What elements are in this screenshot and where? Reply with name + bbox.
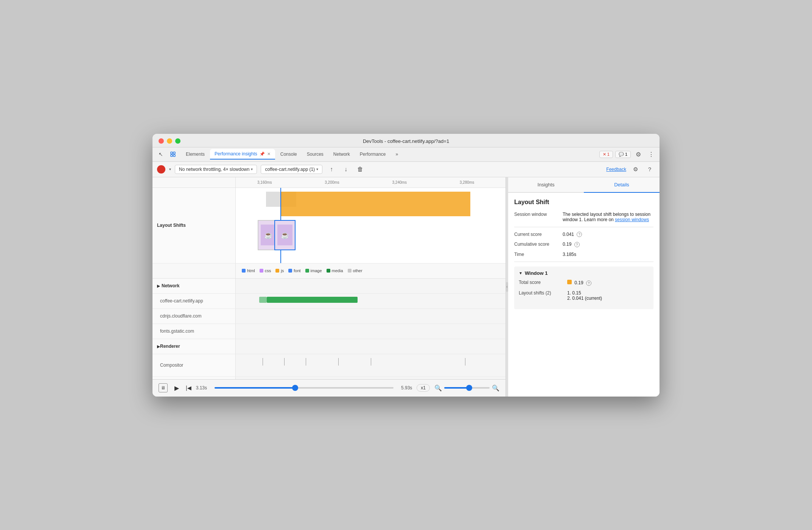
tick-4 — [338, 358, 339, 366]
skip-to-start-button[interactable]: |◀ — [186, 385, 191, 391]
network-url-2: cdnjs.cloudflare.com — [152, 309, 236, 324]
second-toolbar: ▾ No network throttling, 4× slowdown ▾ c… — [152, 162, 660, 177]
right-tabs: Insights Details — [508, 177, 660, 193]
total-score-info-icon[interactable]: ? — [586, 280, 591, 286]
session-windows-link[interactable]: session windows — [615, 217, 649, 222]
session-window-row: Session window The selected layout shift… — [514, 212, 653, 222]
tab-console[interactable]: Console — [276, 149, 302, 159]
current-score-row: Current score 0.041 ? — [514, 232, 653, 237]
timeline-scale: 3,160ms 3,200ms 3,240ms 3,280ms — [236, 177, 506, 188]
total-score-row: Total score 0.19 ? — [519, 280, 649, 286]
renderer-expand-icon[interactable]: ▶ — [157, 344, 160, 349]
renderer-row: ▶ Renderer — [152, 339, 506, 354]
message-badge[interactable]: 💬 1 — [615, 151, 631, 158]
layout-shifts-values: 1. 0.15 2. 0.041 (current) — [567, 290, 649, 301]
network-label: ▶ Network — [152, 279, 236, 293]
tick-6 — [465, 358, 465, 366]
legend-font-dot — [288, 269, 292, 273]
settings-gear-icon[interactable]: ⚙ — [633, 149, 644, 160]
network-expand-icon[interactable]: ▶ — [157, 284, 160, 288]
more-options-icon[interactable]: ⋮ — [646, 149, 656, 160]
tab-details[interactable]: Details — [584, 177, 660, 193]
zoom-thumb[interactable] — [466, 385, 472, 391]
zoom-level-badge[interactable]: x1 — [417, 384, 430, 392]
window-1-section: ▼ Window 1 Total score 0.19 ? — [514, 267, 653, 309]
network-row-3: fonts.gstatic.com — [152, 324, 506, 339]
svg-rect-2 — [171, 155, 173, 157]
timeline-thumb[interactable] — [292, 385, 298, 391]
network-url-3: fonts.gstatic.com — [152, 324, 236, 339]
ms-marker-2: 3,200ms — [325, 180, 339, 184]
tab-sources[interactable]: Sources — [302, 149, 328, 159]
timeline-panel: 3,160ms 3,200ms 3,240ms 3,280ms Layout S… — [152, 177, 506, 397]
tick-1 — [263, 358, 263, 366]
orange-score-icon — [567, 280, 572, 284]
legend-font: font — [288, 268, 300, 273]
feedback-link[interactable]: Feedback — [606, 167, 626, 172]
minimize-button[interactable] — [167, 138, 172, 144]
throttle-dropdown[interactable]: No network throttling, 4× slowdown ▾ — [175, 165, 257, 174]
divider-2 — [514, 262, 653, 262]
tab-bar-right: ✕ 1 💬 1 ⚙ ⋮ — [599, 149, 656, 160]
cumulative-score-info-icon[interactable]: ? — [574, 242, 580, 247]
time-row: Time 3.185s — [514, 252, 653, 257]
upload-icon[interactable]: ↑ — [326, 164, 337, 175]
screenshot-toggle-icon[interactable]: 🖥 — [159, 383, 168, 392]
svg-rect-3 — [173, 155, 175, 157]
page-dropdown[interactable]: coffee-cart.netlify.app (1) ▾ — [261, 165, 322, 174]
timeline-fill — [215, 387, 295, 389]
network-row-2: cdnjs.cloudflare.com — [152, 309, 506, 324]
cumulative-score-value: 0.19 ? — [563, 242, 653, 247]
learn-more-text: Learn more on session windows — [584, 217, 649, 222]
timeline-scrubber[interactable] — [215, 387, 394, 389]
tab-elements[interactable]: Elements — [181, 149, 209, 159]
panel-settings-icon[interactable]: ⚙ — [630, 164, 641, 175]
inspect-icon[interactable] — [168, 149, 178, 160]
tab-pin-icon: 📌 — [260, 152, 265, 157]
layout-shifts-detail-label: Layout shifts (2) — [519, 290, 564, 301]
renderer-label: ▶ Renderer — [152, 339, 236, 354]
legend-image: image — [305, 268, 322, 273]
window-1-header: ▼ Window 1 — [519, 270, 649, 276]
current-score-info-icon[interactable]: ? — [577, 232, 582, 237]
renderer-content — [236, 339, 506, 354]
error-icon: ✕ — [603, 152, 606, 157]
zoom-out-icon[interactable]: 🔍 — [434, 384, 442, 392]
tab-close-icon[interactable]: ✕ — [267, 152, 271, 157]
right-content: Layout Shift Session window The selected… — [508, 193, 660, 397]
window-expand-icon[interactable]: ▼ — [519, 271, 523, 275]
record-dropdown[interactable]: ▾ — [169, 167, 171, 171]
zoom-in-icon[interactable]: 🔍 — [492, 384, 499, 392]
play-button[interactable]: ▶ — [172, 383, 181, 392]
ms-marker-3: 3,240ms — [392, 180, 407, 184]
network-section-content — [236, 279, 506, 293]
tab-performance-insights[interactable]: Performance insights 📌 ✕ — [210, 149, 275, 160]
tab-insights[interactable]: Insights — [508, 177, 584, 192]
delete-icon[interactable]: 🗑 — [355, 164, 366, 175]
legend-js-dot — [275, 269, 279, 273]
start-time: 3.13s — [196, 385, 207, 391]
devtools-window: DevTools - coffee-cart.netlify.app/?ad=1… — [152, 134, 660, 397]
help-icon[interactable]: ? — [644, 164, 655, 175]
layout-shift-value-1: 1. 0.15 — [567, 290, 649, 296]
download-icon[interactable]: ↓ — [341, 164, 351, 175]
screenshot-after[interactable]: ☕ — [274, 220, 296, 250]
maximize-button[interactable] — [175, 138, 180, 144]
title-bar: DevTools - coffee-cart.netlify.app/?ad=1 — [152, 134, 660, 147]
tab-network[interactable]: Network — [329, 149, 355, 159]
network-bar-2-content — [236, 309, 506, 324]
tabs-list: Elements Performance insights 📌 ✕ Consol… — [181, 149, 599, 160]
error-badge[interactable]: ✕ 1 — [599, 151, 613, 158]
legend-html-dot — [242, 269, 246, 273]
record-button[interactable] — [157, 165, 165, 174]
cursor-icon[interactable]: ↖ — [156, 149, 166, 160]
window-title: DevTools - coffee-cart.netlify.app/?ad=1 — [363, 138, 449, 144]
traffic-lights — [159, 138, 180, 144]
close-button[interactable] — [159, 138, 164, 144]
tab-more[interactable]: » — [391, 149, 403, 159]
zoom-slider[interactable] — [444, 387, 490, 389]
svg-rect-1 — [173, 152, 175, 154]
zoom-fill — [444, 387, 469, 389]
layout-shifts-content[interactable]: ☕ ☕ — [236, 188, 506, 263]
tab-performance[interactable]: Performance — [355, 149, 390, 159]
